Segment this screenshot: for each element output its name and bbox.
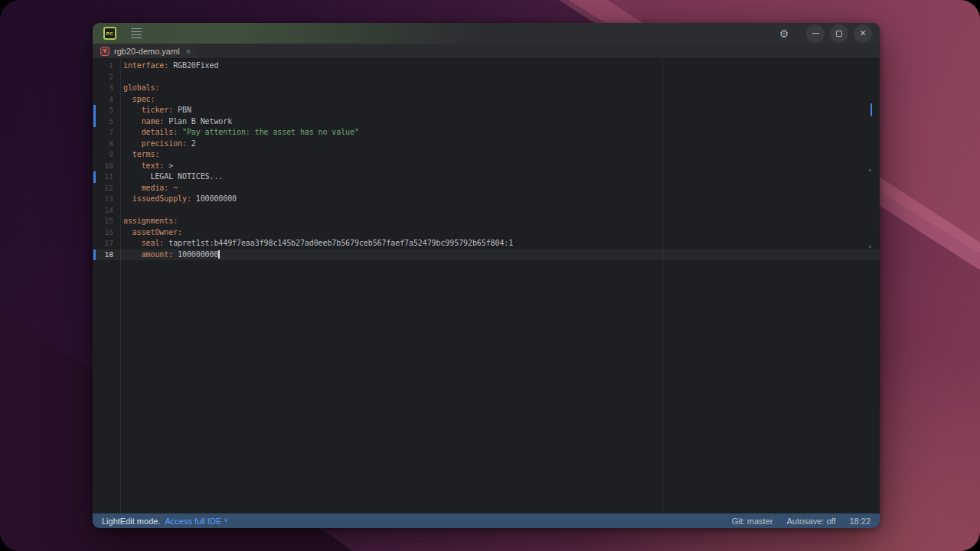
- code-line[interactable]: 3globals:: [93, 83, 880, 94]
- code-line[interactable]: 13 issuedSupply: 100000000: [93, 194, 880, 205]
- code-line-text: spec:: [120, 94, 155, 106]
- code-line[interactable]: 14: [93, 205, 880, 217]
- change-marker-bar: [93, 72, 96, 83]
- code-line[interactable]: 1interface: RGB20Fixed: [93, 60, 880, 72]
- change-marker-bar: [93, 171, 96, 183]
- editor-pane[interactable]: 1interface: RGB20Fixed23globals:4 spec:5…: [93, 59, 880, 513]
- change-marker-bar: [93, 60, 96, 72]
- change-marker-bar: [93, 149, 96, 161]
- change-marker-bar: [93, 205, 96, 217]
- chevron-down-icon: ˅: [224, 517, 227, 524]
- status-bar: LightEdit mode. Access full IDE ˅ Git: m…: [93, 513, 880, 528]
- line-number: 6: [93, 116, 120, 128]
- code-line-text: issuedSupply: 100000000: [120, 194, 237, 205]
- settings-gear-icon[interactable]: ⚙: [775, 24, 793, 43]
- scrollbar-mark-icon: [869, 246, 871, 248]
- code-line[interactable]: 4 spec:: [93, 94, 880, 106]
- code-line[interactable]: 12 media: ~: [93, 183, 880, 194]
- line-number: 10: [93, 161, 120, 172]
- autosave-widget[interactable]: Autosave: off: [786, 517, 835, 526]
- code-line-text: seal: tapret1st:b449f7eaa3f98c145b27ad0e…: [120, 238, 513, 249]
- line-number: 1: [93, 60, 120, 72]
- code-line[interactable]: 9 terms:: [93, 149, 880, 161]
- code-line-text: LEGAL NOTICES...: [120, 171, 223, 183]
- change-marker-bar: [93, 127, 96, 139]
- line-number: 4: [93, 94, 120, 106]
- code-line[interactable]: 6 name: Plan B Network: [93, 116, 880, 128]
- change-marker-bar: [93, 105, 96, 116]
- editor-tab-rgb20-demo[interactable]: Y rgb20-demo.yaml ×: [93, 44, 197, 58]
- code-line-text: assignments:: [120, 216, 178, 227]
- change-marker-bar: [93, 116, 96, 128]
- code-line[interactable]: 15assignments:: [93, 216, 880, 227]
- yaml-file-icon: Y: [100, 47, 109, 56]
- pycharm-logo-icon: PC: [103, 27, 116, 40]
- git-branch-widget[interactable]: Git: master: [732, 517, 773, 526]
- line-number: 11: [93, 171, 120, 183]
- line-number: 3: [93, 83, 120, 94]
- change-marker-bar: [93, 94, 96, 106]
- change-marker-bar: [93, 161, 96, 172]
- line-number: 16: [93, 227, 120, 239]
- scrollbar-mark-icon: [869, 169, 871, 171]
- code-line-text: [120, 72, 123, 83]
- code-line-text: details: "Pay attention: the asset has n…: [120, 127, 359, 139]
- line-number: 13: [93, 194, 120, 205]
- access-full-ide-text: Access full IDE: [165, 517, 221, 526]
- minimize-button[interactable]: [806, 24, 825, 43]
- code-line-text: ticker: PBN: [120, 105, 191, 116]
- change-marker-bar: [93, 83, 96, 94]
- maximize-button[interactable]: [830, 24, 848, 43]
- code-line[interactable]: 10 text: >: [93, 161, 880, 172]
- code-line-text: globals:: [120, 83, 159, 94]
- code-line-text: text: >: [120, 161, 173, 172]
- code-line[interactable]: 11 LEGAL NOTICES...: [93, 171, 880, 183]
- scrollbar-change-marker[interactable]: [871, 103, 872, 116]
- code-line-text: name: Plan B Network: [120, 116, 232, 128]
- editor-tab-bar: Y rgb20-demo.yaml ×: [93, 44, 880, 59]
- code-line-text: [120, 205, 123, 217]
- change-marker-bar: [93, 183, 96, 194]
- code-line[interactable]: 5 ticker: PBN: [93, 105, 880, 116]
- line-number: 15: [93, 216, 120, 227]
- access-full-ide-link[interactable]: Access full IDE ˅: [165, 517, 227, 526]
- change-marker-bar: [93, 227, 96, 239]
- close-button[interactable]: ✕: [854, 24, 872, 43]
- line-number: 12: [93, 183, 120, 194]
- line-number: 8: [93, 139, 120, 150]
- code-line[interactable]: 8 precision: 2: [93, 139, 880, 150]
- code-line-text: media: ~: [120, 183, 178, 194]
- code-line[interactable]: 7 details: "Pay attention: the asset has…: [93, 127, 880, 139]
- clock-label: 18:22: [849, 517, 871, 526]
- code-line[interactable]: 16 assetOwner:: [93, 227, 880, 239]
- close-icon: ✕: [859, 29, 866, 37]
- minimize-icon: [812, 33, 819, 34]
- window-titlebar[interactable]: PC ⚙ ✕: [93, 23, 880, 44]
- change-marker-bar: [93, 139, 96, 150]
- main-menu-icon[interactable]: [126, 27, 146, 41]
- code-line-text: amount: 100000000: [120, 249, 220, 261]
- line-number: 14: [93, 205, 120, 217]
- maximize-icon: [836, 31, 842, 37]
- line-number: 17: [93, 238, 120, 249]
- change-marker-bar: [93, 216, 96, 227]
- code-line[interactable]: 2: [93, 72, 880, 83]
- text-caret: [218, 250, 220, 259]
- code-line-text: interface: RGB20Fixed: [120, 60, 218, 72]
- desktop-wallpaper: PC ⚙ ✕ Y rgb20-demo.yaml ×: [0, 0, 980, 551]
- code-line[interactable]: 17 seal: tapret1st:b449f7eaa3f98c145b27a…: [93, 238, 880, 249]
- change-marker-bar: [93, 238, 96, 249]
- line-number: 2: [93, 72, 120, 83]
- code-area: 1interface: RGB20Fixed23globals:4 spec:5…: [93, 59, 880, 260]
- line-number: 9: [93, 149, 120, 161]
- lightedit-mode-label: LightEdit mode.: [102, 517, 160, 526]
- change-marker-bar: [93, 249, 96, 261]
- code-line-text: precision: 2: [120, 139, 196, 150]
- code-line-text: assetOwner:: [120, 227, 182, 239]
- line-number: 5: [93, 105, 120, 116]
- line-number: 7: [93, 127, 120, 139]
- tab-close-icon[interactable]: ×: [186, 47, 191, 56]
- tab-filename: rgb20-demo.yaml: [114, 47, 180, 56]
- code-line[interactable]: 18 amount: 100000000: [93, 249, 880, 261]
- ide-window: PC ⚙ ✕ Y rgb20-demo.yaml ×: [93, 23, 880, 528]
